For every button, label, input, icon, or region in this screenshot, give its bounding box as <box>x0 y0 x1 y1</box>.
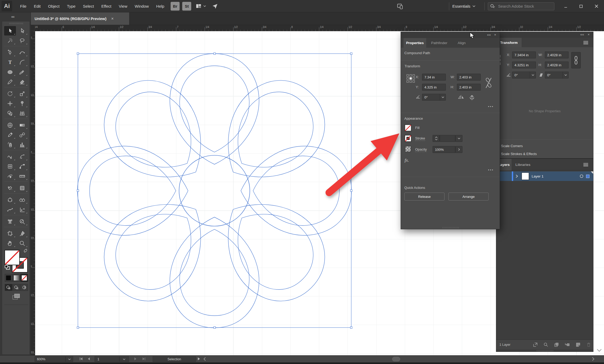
swap-fill-stroke-button[interactable] <box>23 249 28 253</box>
more-options-button[interactable]: ••• <box>488 105 494 109</box>
collapse-panel-icon[interactable]: «« <box>580 32 584 36</box>
panel-header[interactable]: «« × <box>496 32 593 38</box>
draw-behind-button[interactable] <box>13 284 20 291</box>
default-fill-stroke-button[interactable] <box>4 265 10 270</box>
symbol-sprayer-tool[interactable] <box>4 140 16 149</box>
fill-label[interactable]: Fill <box>415 126 420 130</box>
reference-point-selector[interactable] <box>406 74 415 83</box>
butterfly-tool[interactable] <box>4 217 16 226</box>
w-field[interactable]: 2.403 in <box>457 74 481 81</box>
make-clipping-mask-button[interactable] <box>554 342 559 347</box>
perspective-grid-tool[interactable] <box>16 109 28 118</box>
menu-file[interactable]: File <box>16 0 30 12</box>
menu-select[interactable]: Select <box>79 0 98 12</box>
constrain-proportions-toggle[interactable] <box>571 52 581 68</box>
tab-pathfinder[interactable]: Pathfinder <box>428 38 450 48</box>
status-options-button[interactable] <box>198 357 200 361</box>
pen-tool[interactable] <box>4 48 16 57</box>
release-button[interactable]: Release <box>404 193 444 200</box>
opacity-label[interactable]: Opacity <box>415 147 427 152</box>
free-transform-tool[interactable] <box>4 162 16 171</box>
new-sublayer-button[interactable] <box>564 342 570 347</box>
rotate-view-tool[interactable] <box>16 217 28 226</box>
type-tool[interactable]: T <box>4 58 16 67</box>
pattern-tool[interactable] <box>16 183 28 193</box>
measure-tool[interactable] <box>16 171 28 181</box>
linked-shapes-tool[interactable] <box>16 195 28 204</box>
y-field[interactable]: 4.325 in <box>422 84 446 91</box>
live-paint-bucket-tool[interactable] <box>4 183 16 193</box>
toolbar-drag-handle[interactable] <box>9 23 23 24</box>
puppet-warp-tool[interactable] <box>16 99 28 108</box>
ruler-origin-corner[interactable] <box>30 25 35 31</box>
panel-resize-handle[interactable] <box>443 227 459 228</box>
slice-tool[interactable] <box>16 229 28 238</box>
chevron-down-icon[interactable] <box>530 72 536 78</box>
stroke-swatch-button[interactable] <box>405 135 411 142</box>
curve-tool[interactable] <box>4 205 16 214</box>
ellipse-tool[interactable] <box>4 67 16 77</box>
tab-transform[interactable]: Transform <box>496 38 522 47</box>
h-field[interactable]: 2.403 in <box>457 84 481 91</box>
menu-view[interactable]: View <box>115 0 131 12</box>
artboard-tool[interactable] <box>4 229 16 238</box>
effects-fx-button[interactable]: fx. <box>405 158 409 163</box>
layer-selection-indicator[interactable] <box>586 175 589 178</box>
layer-row[interactable]: Layer 1 <box>496 171 593 181</box>
blend-tool[interactable] <box>16 130 28 139</box>
status-display[interactable]: Selection <box>153 356 196 362</box>
eraser-tool[interactable] <box>16 77 28 86</box>
hand-tool[interactable] <box>4 239 16 248</box>
layer-name[interactable]: Layer 1 <box>532 174 544 178</box>
lasso-tool[interactable] <box>16 36 28 45</box>
chevron-down-icon[interactable] <box>563 72 568 78</box>
tab-properties[interactable]: Properties <box>404 38 426 48</box>
new-layer-button[interactable] <box>575 342 581 347</box>
arrange-documents-button[interactable] <box>195 3 206 9</box>
workspace-switcher[interactable]: Essentials <box>452 4 475 8</box>
stroke-weight-dropdown[interactable] <box>455 135 462 142</box>
scroll-right-button[interactable] <box>592 357 594 361</box>
fill-swatch-button[interactable] <box>405 124 411 131</box>
reshape-tool[interactable] <box>16 162 28 171</box>
tab-libraries[interactable]: Libraries <box>512 159 534 170</box>
flip-horizontal-button[interactable] <box>458 95 464 100</box>
bridge-button[interactable]: Br <box>171 2 180 11</box>
gradient-tool[interactable] <box>16 120 28 130</box>
shear-combo[interactable]: 0° <box>545 72 569 78</box>
graph-tool[interactable] <box>16 205 28 214</box>
eyedropper-tool[interactable] <box>4 130 16 139</box>
stock-button[interactable]: St <box>182 2 191 11</box>
layer-thumbnail[interactable] <box>522 172 529 180</box>
arrange-button[interactable]: Arrange <box>448 193 489 200</box>
collect-for-export-button[interactable] <box>533 342 538 347</box>
fill-color-swatch[interactable] <box>4 250 20 265</box>
scale-tool[interactable] <box>16 89 28 98</box>
zoom-level-dropdown[interactable] <box>65 356 73 362</box>
close-panel-icon[interactable]: × <box>588 32 590 36</box>
pencil-tool[interactable] <box>4 77 16 86</box>
selection-tool[interactable] <box>4 26 16 35</box>
y-field[interactable]: 4.3251 in <box>512 62 536 68</box>
layer-target-icon[interactable] <box>580 174 583 178</box>
shape-tool[interactable] <box>4 195 16 204</box>
zoom-level-field[interactable]: 600% <box>35 356 65 362</box>
collapse-dock-button[interactable]: «« <box>11 15 14 19</box>
expand-layer-icon[interactable] <box>516 175 518 178</box>
vertical-scroll-down-button[interactable] <box>596 349 602 352</box>
scale-strokes-effects-option[interactable]: Scale Strokes & Effects <box>501 152 537 156</box>
magic-wand-tool[interactable] <box>4 36 16 45</box>
panel-header[interactable]: «« × <box>401 32 500 38</box>
delete-layer-button[interactable] <box>586 342 591 347</box>
previous-artboard-button[interactable] <box>87 357 90 361</box>
shape-builder-tool[interactable] <box>4 109 16 118</box>
draw-normal-button[interactable] <box>5 284 12 291</box>
x-field[interactable]: 7.3404 in <box>512 52 536 58</box>
menu-edit[interactable]: Edit <box>30 0 44 12</box>
menu-help[interactable]: Help <box>152 0 168 12</box>
stroke-weight-field[interactable] <box>440 135 455 142</box>
screen-mode-button[interactable] <box>12 293 20 300</box>
first-artboard-button[interactable] <box>79 357 83 361</box>
join-tool[interactable] <box>16 152 28 161</box>
panel-resize-handle[interactable] <box>537 350 553 352</box>
